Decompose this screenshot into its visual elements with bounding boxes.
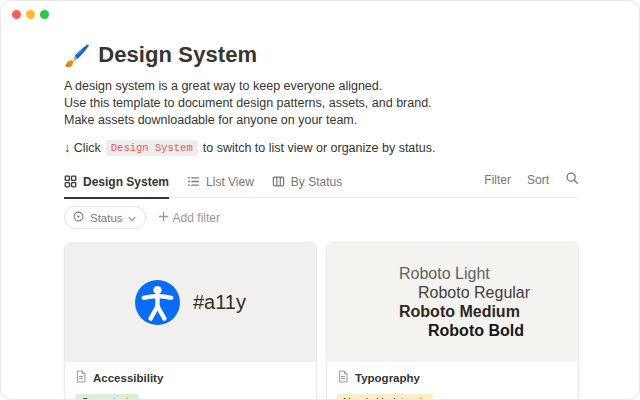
status-filter-pill[interactable]: Status [64, 206, 146, 229]
description-line: Make assets downloadable for anyone on y… [64, 112, 579, 129]
list-icon [187, 175, 200, 188]
page-description: A design system is a great way to keep e… [64, 78, 579, 129]
card-body: Typography Needs Update ⚠️ [327, 362, 578, 400]
board-icon [272, 175, 285, 188]
badge-row: Current 👍 [75, 392, 306, 400]
badge-label: Needs Update [343, 396, 410, 400]
gallery-cards: #a11y Accessibility [64, 242, 579, 400]
page-icon [75, 370, 87, 385]
tab-list-view[interactable]: List View [187, 175, 254, 198]
view-tab-bar: Design System List View [64, 171, 579, 198]
status-badge[interactable]: Needs Update ⚠️ [337, 394, 433, 400]
page-title: Design System [98, 42, 257, 68]
search-icon[interactable] [565, 171, 579, 189]
plus-icon [158, 211, 169, 225]
card-cover: #a11y [65, 243, 316, 362]
app-window: 🖌️ Design System A design system is a gr… [0, 0, 640, 400]
thumbs-up-emoji-icon: 👍 [120, 397, 132, 400]
sort-button[interactable]: Sort [527, 173, 549, 187]
cover-text: #a11y [193, 291, 246, 314]
filter-button[interactable]: Filter [484, 173, 511, 187]
tab-design-system[interactable]: Design System [64, 175, 169, 199]
filter-bar: Status Add filter [64, 206, 579, 229]
page-header: 🖌️ Design System [64, 42, 579, 68]
page-icon [337, 370, 349, 385]
add-filter-label: Add filter [173, 211, 220, 225]
card-title: Accessibility [93, 372, 163, 384]
chevron-down-icon [128, 212, 136, 224]
card-title-row: Accessibility [75, 370, 306, 385]
badge-row: Needs Update ⚠️ [337, 392, 568, 400]
description-line: A design system is a great way to keep e… [64, 78, 579, 95]
status-badge[interactable]: Current 👍 [75, 394, 139, 400]
hint-line: ↓ Click Design System to switch to list … [64, 140, 579, 156]
zoom-button[interactable] [40, 10, 49, 19]
tab-label: By Status [291, 175, 342, 189]
font-sample-line: Roboto Light [399, 264, 578, 283]
card-body: Accessibility Current 👍 [65, 362, 316, 400]
page-content: 🖌️ Design System A design system is a gr… [64, 1, 579, 400]
add-filter-button[interactable]: Add filter [158, 211, 220, 225]
description-line: Use this template to document design pat… [64, 95, 579, 112]
card-accessibility[interactable]: #a11y Accessibility [64, 242, 317, 400]
window-controls [12, 10, 49, 19]
hint-prefix: ↓ Click [64, 141, 101, 155]
close-button[interactable] [12, 10, 21, 19]
tab-label: List View [206, 175, 254, 189]
tab-by-status[interactable]: By Status [272, 175, 342, 198]
card-cover: Roboto Light Roboto Regular Roboto Mediu… [327, 243, 578, 362]
card-typography[interactable]: Roboto Light Roboto Regular Roboto Mediu… [326, 242, 579, 400]
status-property-icon [72, 210, 85, 225]
font-sample-line: Roboto Regular [418, 283, 578, 302]
warning-emoji-icon: ⚠️ [414, 397, 426, 400]
card-title-row: Typography [337, 370, 568, 385]
accessibility-icon [135, 280, 180, 325]
badge-label: Current [81, 396, 116, 400]
gallery-icon [64, 175, 77, 188]
view-controls: Filter Sort [484, 171, 579, 197]
status-filter-label: Status [90, 212, 123, 224]
hint-suffix: to switch to list view or organize by st… [203, 141, 436, 155]
minimize-button[interactable] [26, 10, 35, 19]
font-sample-line: Roboto Medium [399, 302, 578, 321]
card-title: Typography [355, 372, 420, 384]
paintbrush-emoji-icon: 🖌️ [64, 45, 90, 66]
view-tabs: Design System List View [64, 175, 342, 198]
inline-code-chip: Design System [106, 140, 198, 156]
tab-label: Design System [83, 175, 169, 189]
font-sample-line: Roboto Bold [428, 321, 578, 340]
